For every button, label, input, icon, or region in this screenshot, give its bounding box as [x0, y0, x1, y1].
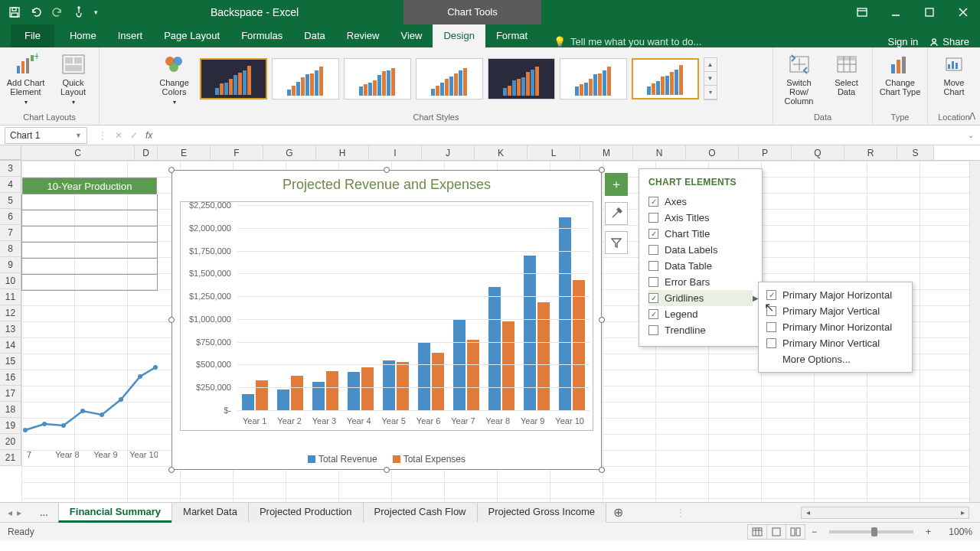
column-header[interactable]: Q: [792, 145, 844, 160]
ribbon-display-options[interactable]: [845, 0, 879, 24]
tab-file[interactable]: File: [11, 24, 54, 47]
chart-style-thumb[interactable]: [488, 58, 555, 99]
chart-element-item[interactable]: ✓Gridlines▶: [648, 290, 753, 306]
select-data-button[interactable]: Select Data: [826, 51, 867, 96]
column-header[interactable]: D: [135, 145, 158, 160]
chart-styles-gallery[interactable]: ▲▼▾: [200, 57, 717, 100]
tab-data[interactable]: Data: [293, 24, 335, 47]
gallery-scroll[interactable]: ▲▼▾: [704, 57, 717, 100]
row-header[interactable]: 4: [0, 177, 21, 193]
more-options-item[interactable]: More Options...: [766, 351, 904, 367]
chart-style-thumb[interactable]: [344, 58, 411, 99]
table-header-cell[interactable]: 10-Year Production: [22, 178, 157, 194]
column-header[interactable]: K: [475, 145, 528, 160]
zoom-in-button[interactable]: +: [920, 527, 937, 537]
sign-in-link[interactable]: Sign in: [888, 36, 919, 47]
move-chart-button[interactable]: Move Chart: [933, 51, 975, 96]
undo-button[interactable]: [26, 2, 46, 22]
column-header[interactable]: M: [580, 145, 633, 160]
sheet-overflow[interactable]: ...: [29, 504, 59, 521]
tab-design[interactable]: Design: [433, 24, 485, 47]
chart-style-thumb[interactable]: [272, 58, 339, 99]
zoom-level[interactable]: 100%: [937, 527, 972, 537]
sheet-tab[interactable]: Projected Production: [248, 502, 364, 523]
chart-style-thumb[interactable]: [560, 58, 627, 99]
chart-element-item[interactable]: Error Bars: [648, 274, 753, 290]
chart-element-item[interactable]: Data Table: [648, 258, 753, 274]
view-page-layout-button[interactable]: [766, 524, 786, 540]
chart-filters-button[interactable]: [605, 231, 628, 254]
add-chart-element-button[interactable]: + Add Chart Element▾: [5, 51, 47, 107]
view-page-break-button[interactable]: [786, 524, 805, 540]
row-header[interactable]: 11: [0, 289, 21, 305]
row-header[interactable]: 14: [0, 337, 21, 354]
chart-style-thumb[interactable]: [416, 58, 483, 99]
row-header[interactable]: 17: [0, 386, 21, 402]
gridlines-option[interactable]: Primary Major Vertical: [766, 303, 904, 319]
column-header[interactable]: R: [844, 145, 897, 160]
chart-element-item[interactable]: Axis Titles: [648, 210, 753, 226]
tab-home[interactable]: Home: [59, 24, 107, 47]
change-colors-button[interactable]: Change Colors▾: [155, 51, 194, 107]
column-header[interactable]: L: [528, 145, 580, 160]
gridlines-option[interactable]: Primary Minor Horizontal: [766, 319, 904, 335]
share-button[interactable]: Share: [929, 36, 969, 47]
column-header[interactable]: G: [263, 145, 316, 160]
collapse-ribbon-button[interactable]: ᐱ: [969, 111, 975, 122]
zoom-slider[interactable]: [829, 530, 913, 533]
tab-page-layout[interactable]: Page Layout: [153, 24, 230, 47]
table-column[interactable]: [21, 194, 158, 291]
minimize-button[interactable]: [879, 0, 913, 24]
fx-icon[interactable]: fx: [145, 130, 152, 141]
chart-style-thumb[interactable]: [200, 58, 267, 99]
row-header[interactable]: 15: [0, 354, 21, 370]
sheet-tab[interactable]: Projected Gross Income: [477, 502, 606, 523]
chart-element-item[interactable]: ✓Legend: [648, 306, 753, 322]
sheet-tab[interactable]: Market Data: [172, 502, 249, 523]
quick-layout-button[interactable]: Quick Layout▾: [53, 51, 94, 107]
save-button[interactable]: [5, 2, 24, 22]
vertical-scrollbar[interactable]: [969, 161, 980, 502]
tell-me-input[interactable]: Tell me what you want to do...: [570, 36, 701, 47]
column-header[interactable]: I: [369, 145, 422, 160]
row-header[interactable]: 10: [0, 273, 21, 289]
select-all-corner[interactable]: [0, 145, 21, 160]
column-header[interactable]: E: [158, 145, 211, 160]
touch-mode-button[interactable]: [69, 2, 89, 22]
column-header[interactable]: J: [422, 145, 475, 160]
name-box[interactable]: Chart 1▼: [5, 127, 87, 144]
formula-expand[interactable]: ⌄: [962, 131, 980, 139]
chart-elements-button[interactable]: ＋: [605, 173, 628, 196]
row-header[interactable]: 19: [0, 418, 21, 434]
redo-button[interactable]: [47, 2, 67, 22]
sheet-nav-prev[interactable]: ◂: [8, 507, 12, 518]
row-header[interactable]: 20: [0, 434, 21, 450]
horizontal-scrollbar[interactable]: ◂▸: [801, 507, 969, 519]
row-header[interactable]: 12: [0, 305, 21, 321]
column-header[interactable]: H: [316, 145, 369, 160]
column-header[interactable]: P: [739, 145, 792, 160]
row-header[interactable]: 13: [0, 321, 21, 337]
tab-formulas[interactable]: Formulas: [230, 24, 293, 47]
column-header[interactable]: S: [897, 145, 934, 160]
worksheet-grid[interactable]: CDEFGHIJKLMNOPQRS 3456789101112131415161…: [0, 145, 980, 502]
embedded-chart[interactable]: Projected Revenue and Expenses $-$250,00…: [172, 170, 602, 470]
gridlines-option[interactable]: ✓Primary Major Horizontal: [766, 287, 904, 303]
sheet-tab[interactable]: Financial Summary: [58, 502, 172, 523]
enter-formula-icon[interactable]: ✓: [130, 130, 138, 141]
column-header[interactable]: C: [21, 145, 135, 160]
tab-view[interactable]: View: [390, 24, 433, 47]
zoom-out-button[interactable]: −: [805, 527, 823, 537]
chart-element-item[interactable]: ✓Chart Title: [648, 226, 753, 242]
close-button[interactable]: [946, 0, 980, 24]
cancel-formula-icon[interactable]: ✕: [115, 130, 122, 141]
row-header[interactable]: 5: [0, 193, 21, 209]
row-header[interactable]: 21: [0, 450, 21, 466]
row-header[interactable]: 18: [0, 402, 21, 418]
change-chart-type-button[interactable]: Change Chart Type: [880, 51, 921, 96]
row-header[interactable]: 7: [0, 225, 21, 241]
row-header[interactable]: 9: [0, 257, 21, 273]
chart-style-thumb[interactable]: [632, 58, 699, 99]
gridlines-option[interactable]: Primary Minor Vertical: [766, 335, 904, 351]
chart-legend[interactable]: Total Revenue Total Expenses: [172, 454, 601, 465]
